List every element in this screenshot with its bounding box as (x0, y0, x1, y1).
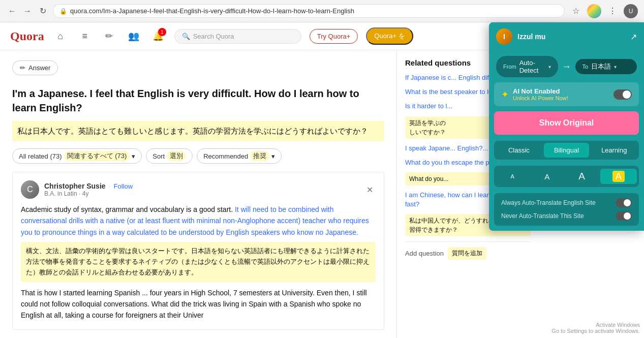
from-value: Auto-Detect (519, 59, 545, 74)
chevron-down-icon-2: ▾ (271, 152, 275, 160)
author-name: Christopher Susie (44, 182, 106, 190)
star-button[interactable]: ☆ (569, 4, 583, 18)
answer-translated-1: 構文、文法、語彙の学術的な学習は良いスタートです。日本語を知らない英語話者にも理… (21, 242, 376, 282)
ai-text: AI Not Enabled Unlock AI Power Now! (513, 87, 609, 101)
all-related-label: All related (73) (19, 152, 62, 160)
close-button[interactable]: ✕ (363, 183, 376, 196)
home-icon[interactable]: ⌂ (52, 28, 69, 44)
edit-icon[interactable]: ✏ (101, 28, 117, 44)
recommended-filter[interactable]: Recommended 推奨 ▾ (197, 148, 282, 164)
font-size-small[interactable]: A (496, 170, 529, 182)
font-size-medium[interactable]: A (531, 169, 563, 184)
all-related-translated: 関連するすべて (73) (64, 151, 130, 161)
lang-to-selector[interactable]: To 日本語 ▾ (575, 59, 637, 74)
ai-toggle-knob (623, 90, 631, 99)
sort-filter[interactable]: Sort 選別 (146, 148, 193, 164)
browser-chrome: ← → ↻ 🔒 quora.com/Im-a-Japanese-I-feel-t… (0, 0, 644, 22)
answer-header: C Christopher Susie · Follow B.A. in Lat… (21, 180, 376, 199)
url-text: quora.com/Im-a-Japanese-I-feel-that-Engl… (70, 7, 558, 15)
back-button[interactable]: ← (6, 5, 18, 17)
to-chevron-icon: ▾ (614, 64, 617, 70)
sort-label: Sort (152, 152, 165, 160)
from-label: From (503, 64, 516, 70)
filters-bar: All related (73) 関連するすべて (73) ▾ Sort 選別 … (12, 148, 384, 164)
toggle-knob-2 (624, 212, 631, 220)
always-translate-toggle[interactable] (616, 198, 632, 207)
never-translate-toggle[interactable] (616, 211, 632, 221)
refresh-button[interactable]: ↻ (37, 5, 49, 17)
search-placeholder: Search Quora (193, 33, 234, 40)
try-quora-button[interactable]: Try Quora+ (310, 29, 358, 44)
avatar: C (21, 180, 39, 199)
search-icon: 🔍 (182, 33, 190, 40)
answer-text-2: That is how I started learning Spanish .… (21, 287, 376, 321)
search-bar[interactable]: 🔍 Search Quora (174, 29, 301, 44)
address-bar[interactable]: 🔒 quora.com/Im-a-Japanese-I-feel-that-En… (53, 4, 565, 18)
ai-not-enabled-title: AI Not Enabled (513, 87, 609, 95)
browser-menu-button[interactable]: ⋮ (605, 4, 620, 18)
panel-header: I Izzul mu ↗ (489, 22, 644, 51)
article-title-translated: 私は日本人です。英語はとても難しいと感じます。英語の学習方法を学ぶにはどうすれば… (12, 121, 384, 141)
font-size-xl[interactable]: A (600, 169, 637, 184)
show-original-button[interactable]: Show Original (494, 111, 639, 135)
mode-tabs: Classic Bilingual Learning (494, 141, 639, 160)
header-icons: ⌂ ≡ ✏ 👥 🔔 1 (52, 28, 166, 44)
ai-toggle[interactable] (614, 89, 632, 100)
bell-badge: 1 (158, 28, 166, 36)
lock-icon: 🔒 (59, 8, 67, 15)
follow-button[interactable]: Follow (113, 182, 133, 190)
browser-actions: ☆ ⋮ U (569, 4, 638, 18)
answer-card: C Christopher Susie · Follow B.A. in Lat… (12, 172, 384, 330)
quora-plus-button[interactable]: Quora+ を (366, 27, 413, 45)
bell-icon[interactable]: 🔔 1 (150, 28, 166, 44)
recommended-label: Recommended (203, 152, 248, 160)
quora-logo[interactable]: Quora (10, 29, 44, 43)
lang-from-selector[interactable]: From Auto-Detect ▾ (496, 56, 558, 77)
recommended-translated: 推奨 (250, 151, 269, 161)
never-translate-label: Never Auto-Translate This Site (501, 212, 584, 220)
arrow-icon: → (562, 62, 571, 72)
toggle-knob-1 (624, 199, 631, 206)
extensions-button[interactable] (587, 4, 601, 18)
font-size-large[interactable]: A (566, 168, 598, 185)
to-label: To (582, 64, 589, 70)
link-1[interactable]: It will need to be combined with convers… (21, 205, 369, 236)
panel-export-button[interactable]: ↗ (630, 32, 637, 42)
browser-navigation: ← → ↻ (6, 5, 49, 17)
author-credentials: B.A. in Latin · 4y (44, 190, 358, 197)
add-question-translated[interactable]: 質問を追加 (448, 247, 486, 260)
sort-translated: 選別 (167, 151, 186, 161)
all-related-filter[interactable]: All related (73) 関連するすべて (73) ▾ (12, 148, 142, 164)
translation-panel: I Izzul mu ↗ From Auto-Detect ▾ → To 日本語… (489, 22, 644, 231)
list-icon[interactable]: ≡ (77, 28, 93, 44)
tab-bilingual[interactable]: Bilingual (544, 143, 590, 158)
to-value: 日本語 (591, 62, 611, 71)
auto-translate-section: Always Auto-Translate English Site Never… (494, 193, 639, 226)
never-translate-row: Never Auto-Translate This Site (501, 211, 632, 221)
chevron-down-icon: ▾ (132, 152, 135, 160)
add-question-label: Add question (405, 250, 444, 257)
language-selector: From Auto-Detect ▾ → To 日本語 ▾ (489, 51, 644, 82)
always-translate-label: Always Auto-Translate English Site (501, 199, 596, 206)
pencil-icon: ✏ (20, 64, 25, 72)
answer-text-1: Academic study of syntax, grammar and vo… (21, 204, 376, 238)
font-size-controls: A A A A (494, 166, 639, 187)
tab-learning[interactable]: Learning (591, 143, 637, 158)
add-question-row: Add question 質問を追加 (405, 241, 531, 265)
answer-meta: Christopher Susie · Follow B.A. in Latin… (44, 182, 358, 197)
article-title: I'm a Japanese. I feel that English is v… (12, 86, 384, 115)
tab-classic[interactable]: Classic (496, 143, 542, 158)
ai-section: ✦ AI Not Enabled Unlock AI Power Now! (494, 82, 639, 106)
people-icon[interactable]: 👥 (126, 28, 142, 44)
panel-username: Izzul mu (517, 33, 625, 41)
panel-user-avatar: I (496, 28, 512, 45)
article-main: ✏ Answer I'm a Japanese. I feel that Eng… (0, 50, 396, 338)
ai-unlock-subtitle[interactable]: Unlock AI Power Now! (513, 95, 609, 101)
from-chevron-icon: ▾ (548, 64, 551, 70)
avatar-image: C (21, 180, 39, 199)
ai-sparkle-icon: ✦ (501, 89, 509, 100)
answer-button[interactable]: ✏ Answer (12, 60, 58, 75)
forward-button[interactable]: → (21, 5, 34, 17)
profile-button[interactable]: U (624, 4, 638, 18)
always-auto-translate-row: Always Auto-Translate English Site (501, 198, 632, 207)
